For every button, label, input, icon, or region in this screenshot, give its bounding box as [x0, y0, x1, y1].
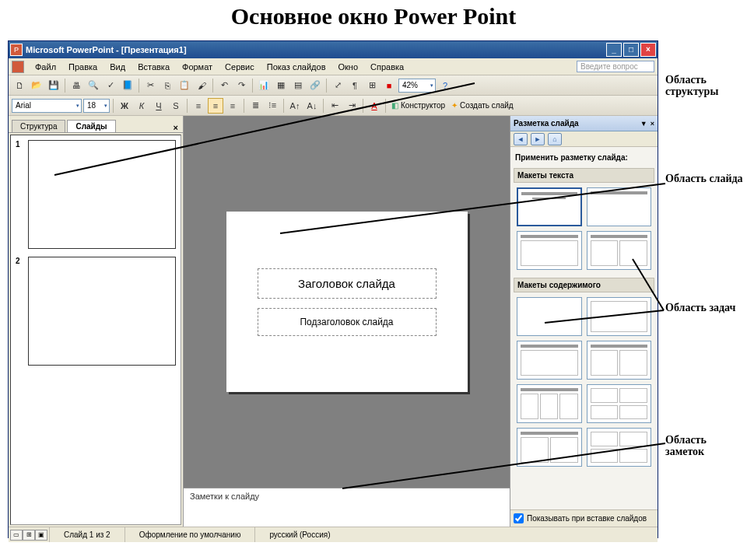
- paste-icon[interactable]: 📋: [177, 78, 192, 93]
- numbered-list-icon[interactable]: ≣: [247, 98, 263, 114]
- increase-indent-icon[interactable]: ⇥: [344, 98, 359, 114]
- help-search-input[interactable]: Введите вопрос: [577, 61, 654, 72]
- menu-file[interactable]: Файл: [29, 61, 62, 73]
- sorter-view-icon[interactable]: ⊞: [23, 530, 35, 541]
- help-icon[interactable]: ?: [437, 78, 453, 93]
- menu-insert[interactable]: Вставка: [132, 61, 176, 73]
- menu-edit[interactable]: Правка: [62, 61, 103, 73]
- nav-back-icon[interactable]: ◄: [514, 133, 528, 145]
- fontsize-combo[interactable]: 18: [83, 99, 110, 113]
- title-placeholder[interactable]: Заголовок слайда: [258, 268, 437, 299]
- layout-four-content[interactable]: [587, 384, 652, 423]
- zoom-combo[interactable]: 42%: [398, 79, 436, 93]
- menu-format[interactable]: Формат: [176, 61, 219, 73]
- taskpane-body[interactable]: Применить разметку слайда: Макеты текста: [510, 147, 658, 509]
- leftpane-close-icon[interactable]: ×: [174, 123, 178, 132]
- bold-button[interactable]: Ж: [117, 98, 132, 114]
- align-right-icon[interactable]: ≡: [225, 98, 240, 114]
- new-icon[interactable]: 🗋: [12, 78, 27, 93]
- shadow-button[interactable]: S: [168, 98, 184, 114]
- annotation-taskpane: Область задач: [665, 302, 735, 313]
- open-icon[interactable]: 📂: [29, 78, 44, 93]
- menu-view[interactable]: Вид: [103, 61, 132, 73]
- color-icon[interactable]: ■: [381, 78, 397, 93]
- thumbnail-number: 1: [16, 140, 23, 249]
- bullet-list-icon[interactable]: ⁝≡: [265, 98, 280, 114]
- align-left-icon[interactable]: ≡: [191, 98, 206, 114]
- layout-content[interactable]: [587, 297, 652, 336]
- close-button[interactable]: ×: [640, 43, 656, 57]
- document-menu-icon[interactable]: [12, 61, 24, 73]
- grid-icon[interactable]: ⊞: [364, 78, 380, 93]
- section-content-layouts: Макеты содержимого: [514, 278, 654, 292]
- powerpoint-icon: P: [10, 44, 23, 56]
- chart-icon[interactable]: 📊: [256, 78, 272, 93]
- slide-thumbnail[interactable]: 2: [16, 257, 176, 366]
- copy-icon[interactable]: ⎘: [160, 78, 175, 93]
- hyperlink-icon[interactable]: 🔗: [307, 78, 323, 93]
- subtitle-placeholder[interactable]: Подзаголовок слайда: [258, 308, 437, 336]
- layout-title[interactable]: [517, 187, 582, 226]
- print-icon[interactable]: 🖶: [68, 78, 84, 93]
- layout-blank[interactable]: [517, 297, 582, 336]
- layout-title-only[interactable]: [587, 187, 652, 226]
- research-icon[interactable]: 📘: [120, 78, 135, 93]
- cut-icon[interactable]: ✂: [142, 78, 158, 93]
- spellcheck-icon[interactable]: ✓: [103, 78, 118, 93]
- layout-three-content[interactable]: [517, 384, 582, 423]
- layout-title-content[interactable]: [517, 231, 582, 270]
- slide-canvas[interactable]: Заголовок слайда Подзаголовок слайда: [226, 212, 468, 392]
- italic-button[interactable]: К: [134, 98, 149, 114]
- menu-tools[interactable]: Сервис: [219, 61, 261, 73]
- expand-icon[interactable]: ⤢: [330, 78, 345, 93]
- nav-forward-icon[interactable]: ►: [531, 133, 545, 145]
- new-slide-button[interactable]: ✦Создать слайд: [449, 101, 516, 110]
- notes-pane[interactable]: Заметки к слайду: [184, 488, 510, 527]
- designer-button[interactable]: ◧Конструктор: [389, 101, 447, 110]
- menu-help[interactable]: Справка: [364, 61, 410, 73]
- slide-stage[interactable]: Заголовок слайда Подзаголовок слайда: [184, 116, 510, 488]
- layout-two-content[interactable]: [587, 231, 652, 270]
- taskpane-dropdown-icon[interactable]: ▼: [640, 120, 647, 128]
- taskpane-close-icon[interactable]: ×: [651, 120, 654, 128]
- menu-window[interactable]: Окно: [332, 61, 365, 73]
- normal-view-icon[interactable]: ▭: [10, 530, 23, 541]
- tables-borders-icon[interactable]: ▤: [290, 78, 306, 93]
- redo-icon[interactable]: ↷: [233, 78, 249, 93]
- menubar: Файл Правка Вид Вставка Формат Сервис По…: [9, 58, 658, 75]
- layout-grid[interactable]: [587, 428, 652, 467]
- titlebar: P Microsoft PowerPoint - [Презентация1] …: [9, 41, 658, 58]
- decrease-font-icon[interactable]: A↓: [304, 98, 320, 114]
- tab-slides[interactable]: Слайды: [67, 120, 115, 132]
- apply-layout-label: Применить разметку слайда:: [514, 150, 654, 165]
- show-on-insert-checkbox[interactable]: [514, 513, 524, 523]
- maximize-button[interactable]: □: [623, 43, 639, 57]
- decrease-indent-icon[interactable]: ⇤: [327, 98, 342, 114]
- layout-content-caption[interactable]: [517, 341, 582, 380]
- print-preview-icon[interactable]: 🔍: [86, 78, 101, 93]
- powerpoint-window: P Microsoft PowerPoint - [Презентация1] …: [8, 40, 658, 538]
- slide-thumbnail[interactable]: 1: [16, 140, 176, 249]
- increase-font-icon[interactable]: A↑: [287, 98, 303, 114]
- window-title: Microsoft PowerPoint - [Презентация1]: [26, 45, 605, 54]
- show-formatting-icon[interactable]: ¶: [347, 78, 363, 93]
- font-combo[interactable]: Arial: [12, 99, 82, 113]
- menu-slideshow[interactable]: Показ слайдов: [261, 61, 332, 73]
- save-icon[interactable]: 💾: [46, 78, 61, 93]
- align-center-icon[interactable]: ≡: [208, 98, 223, 114]
- font-color-icon[interactable]: A: [366, 98, 382, 114]
- nav-home-icon[interactable]: ⌂: [548, 133, 562, 145]
- thumbnail-list[interactable]: 1 2: [10, 135, 181, 525]
- table-icon[interactable]: ▦: [273, 78, 289, 93]
- annotation-notes: Область заметок: [665, 434, 747, 458]
- minimize-button[interactable]: _: [606, 43, 622, 57]
- slideshow-view-icon[interactable]: ▣: [35, 530, 47, 541]
- tab-structure[interactable]: Структура: [12, 120, 65, 132]
- status-language: русский (Россия): [254, 527, 344, 542]
- undo-icon[interactable]: ↶: [216, 78, 232, 93]
- layout-comparison[interactable]: [517, 428, 582, 467]
- underline-button[interactable]: Ч: [151, 98, 167, 114]
- format-painter-icon[interactable]: 🖌: [194, 78, 209, 93]
- status-design: Оформление по умолчанию: [124, 527, 255, 542]
- layout-two-content-b[interactable]: [587, 341, 652, 380]
